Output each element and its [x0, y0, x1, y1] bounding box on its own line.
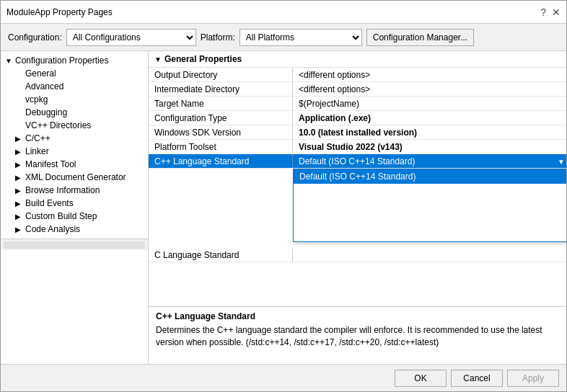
sidebar-label-debugging: Debugging [25, 107, 67, 117]
prop-name-intermediate-dir: Intermediate Directory [149, 82, 293, 96]
prop-name-target-name: Target Name [149, 97, 293, 110]
prop-value-output-dir: <different options> [293, 68, 566, 81]
sidebar-label-custom-build: Custom Build Step [25, 211, 97, 221]
bottom-bar: OK Cancel Apply [1, 364, 566, 391]
help-button[interactable]: ? [540, 7, 546, 17]
expand-icon-linker: ▶ [15, 148, 24, 156]
dropdown-option-preview[interactable]: Preview - Features from the Latest C++ W… [294, 227, 566, 241]
prop-row-config-type[interactable]: Configuration Type Application (.exe) [149, 111, 566, 125]
sidebar-item-vcpkg[interactable]: vcpkg [1, 93, 148, 106]
prop-value-sdk-version: 10.0 (latest installed version) [293, 125, 566, 139]
scrollbar-track [4, 241, 145, 249]
sidebar-label-browse-info: Browse Information [25, 185, 100, 195]
prop-name-platform-toolset: Platform Toolset [149, 140, 293, 153]
main-content: ▼ Configuration Properties General Advan… [1, 51, 566, 364]
expand-icon-build-events: ▶ [15, 200, 24, 208]
prop-row-platform-toolset[interactable]: Platform Toolset Visual Studio 2022 (v14… [149, 140, 566, 154]
properties-area: ▼ General Properties Output Directory <d… [149, 51, 566, 306]
sidebar-item-vc-dirs[interactable]: VC++ Directories [1, 119, 148, 132]
prop-name-cpp-lang-std: C++ Language Standard [149, 154, 293, 168]
sidebar-item-build-events[interactable]: ▶ Build Events [1, 197, 148, 210]
dropdown-option-iso14[interactable]: ISO C++14 Standard (/std:c++14) [294, 184, 566, 198]
prop-row-cpp-lang-std[interactable]: C++ Language Standard Default (ISO C++14… [149, 154, 566, 169]
dropdown-option-default[interactable]: Default (ISO C++14 Standard) [294, 169, 566, 184]
window-title: ModuleApp Property Pages [6, 7, 113, 17]
close-button[interactable]: ✕ [552, 7, 561, 17]
sidebar-label-general: General [25, 68, 56, 79]
info-panel: C++ Language Standard Determines the C++… [149, 306, 566, 364]
sidebar-item-xml-doc[interactable]: ▶ XML Document Generator [1, 171, 148, 184]
sidebar-label-advanced: Advanced [25, 81, 63, 92]
sidebar-label-code-analysis: Code Analysis [25, 224, 80, 234]
expand-icon-code-analysis: ▶ [15, 226, 24, 233]
sidebar-label-xml-doc: XML Document Generator [25, 172, 126, 182]
sidebar-scrollbar[interactable] [1, 239, 148, 250]
main-window: ModuleApp Property Pages ? ✕ Configurati… [0, 0, 567, 392]
toolbar: Configuration: All Configurations Platfo… [1, 24, 566, 51]
prop-value-platform-toolset: Visual Studio 2022 (v143) [293, 140, 566, 153]
expand-icon-config: ▼ [5, 57, 14, 65]
cpp-lang-std-value: Default (ISO C++14 Standard) [299, 156, 415, 166]
expand-icon-manifest: ▶ [15, 161, 24, 169]
cancel-button[interactable]: Cancel [451, 370, 503, 387]
sidebar-item-general[interactable]: General [1, 67, 148, 80]
sidebar-item-code-analysis[interactable]: ▶ Code Analysis [1, 223, 148, 236]
prop-value-intermediate-dir: <different options> [293, 82, 566, 96]
expand-icon-browse: ▶ [15, 187, 24, 195]
expand-icon-custom-build: ▶ [15, 213, 24, 220]
prop-row-output-dir[interactable]: Output Directory <different options> [149, 68, 566, 82]
sidebar-label-linker: Linker [25, 146, 49, 156]
sidebar-item-linker[interactable]: ▶ Linker [1, 145, 148, 158]
dropdown-option-iso20[interactable]: ISO C++20 Standard (/std:c++20) [294, 213, 566, 227]
configuration-manager-button[interactable]: Configuration Manager... [366, 29, 474, 46]
prop-row-c-lang-std[interactable]: C Language Standard [149, 248, 566, 262]
prop-row-sdk-version[interactable]: Windows SDK Version 10.0 (latest install… [149, 125, 566, 140]
sidebar-label-cpp: C/C++ [25, 133, 50, 143]
config-select[interactable]: All Configurations [66, 29, 196, 46]
prop-value-target-name: $(ProjectName) [293, 97, 566, 110]
info-title: C++ Language Standard [156, 311, 559, 321]
prop-name-c-lang-std: C Language Standard [149, 248, 293, 262]
platform-select[interactable]: All Platforms [239, 29, 362, 46]
sidebar-item-debugging[interactable]: Debugging [1, 106, 148, 119]
cpp-lang-std-dropdown: Default (ISO C++14 Standard) ISO C++14 S… [293, 169, 566, 242]
properties-table: Output Directory <different options> Int… [149, 68, 566, 262]
sidebar-item-manifest-tool[interactable]: ▶ Manifest Tool [1, 158, 148, 171]
platform-label: Platform: [201, 32, 235, 43]
title-bar: ModuleApp Property Pages ? ✕ [1, 1, 566, 24]
right-panel: ▼ General Properties Output Directory <d… [149, 51, 566, 364]
prop-name-sdk-version: Windows SDK Version [149, 125, 293, 139]
sidebar-label-manifest-tool: Manifest Tool [25, 159, 76, 169]
ok-button[interactable]: OK [395, 370, 447, 387]
sidebar-label-build-events: Build Events [25, 198, 74, 208]
sidebar-item-custom-build[interactable]: ▶ Custom Build Step [1, 210, 148, 223]
dropdown-arrow-icon[interactable]: ▼ [558, 157, 565, 165]
sidebar-item-advanced[interactable]: Advanced [1, 80, 148, 93]
dropdown-option-iso17[interactable]: ISO C++17 Standard (/std:c++17) [294, 198, 566, 213]
sidebar-label-config-props: Configuration Properties [15, 55, 108, 66]
sidebar-label-vc-dirs: VC++ Directories [25, 120, 91, 130]
prop-value-c-lang-std [293, 248, 566, 262]
apply-button[interactable]: Apply [507, 370, 559, 387]
expand-icon-cpp: ▶ [15, 135, 24, 143]
sidebar-item-config-props[interactable]: ▼ Configuration Properties [1, 54, 148, 67]
sidebar-tree: ▼ Configuration Properties General Advan… [1, 51, 148, 239]
section-header: ▼ General Properties [149, 51, 566, 68]
config-label: Configuration: [8, 32, 62, 43]
sidebar: ▼ Configuration Properties General Advan… [1, 51, 149, 364]
sidebar-label-vcpkg: vcpkg [25, 94, 48, 104]
prop-value-config-type: Application (.exe) [293, 111, 566, 125]
prop-name-config-type: Configuration Type [149, 111, 293, 125]
section-title: General Properties [164, 54, 242, 64]
prop-name-output-dir: Output Directory [149, 68, 293, 81]
prop-row-intermediate-dir[interactable]: Intermediate Directory <different option… [149, 82, 566, 97]
info-text: Determines the C++ language standard the… [156, 324, 559, 349]
expand-icon-xml: ▶ [15, 174, 24, 182]
prop-row-target-name[interactable]: Target Name $(ProjectName) [149, 97, 566, 111]
prop-value-cpp-lang-std: Default (ISO C++14 Standard) ▼ Default (… [293, 154, 566, 168]
section-arrow: ▼ [154, 55, 162, 63]
title-bar-controls: ? ✕ [540, 7, 561, 17]
sidebar-item-browse-info[interactable]: ▶ Browse Information [1, 184, 148, 197]
sidebar-item-cpp[interactable]: ▶ C/C++ [1, 132, 148, 145]
